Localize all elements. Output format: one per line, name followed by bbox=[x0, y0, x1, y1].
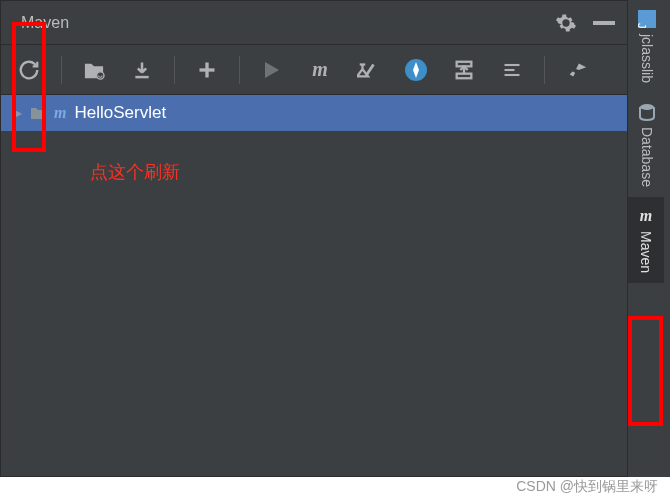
svg-point-1 bbox=[97, 71, 104, 78]
title-bar: Maven bbox=[1, 1, 627, 45]
sidebar-tab-label: Maven bbox=[638, 231, 654, 273]
sidebar-tab-jclasslib[interactable]: J jclasslib bbox=[628, 0, 666, 93]
separator bbox=[61, 56, 62, 84]
watermark: CSDN @快到锅里来呀 bbox=[516, 478, 658, 496]
folder-icon bbox=[30, 106, 46, 120]
project-tree: ▶ m HelloServlet bbox=[1, 95, 627, 131]
skip-tests-button[interactable] bbox=[348, 50, 388, 90]
minimize-icon[interactable] bbox=[593, 21, 615, 25]
sidebar-tab-database[interactable]: Database bbox=[628, 93, 666, 197]
run-button[interactable] bbox=[252, 50, 292, 90]
sidebar-tab-maven[interactable]: m Maven bbox=[628, 197, 664, 283]
settings-button[interactable] bbox=[557, 50, 597, 90]
toolbar: m bbox=[1, 45, 627, 95]
annotation-text: 点这个刷新 bbox=[90, 160, 180, 184]
svg-rect-0 bbox=[593, 21, 615, 25]
execute-goal-button[interactable]: m bbox=[300, 50, 340, 90]
svg-rect-8 bbox=[457, 73, 472, 78]
svg-line-5 bbox=[366, 64, 373, 75]
svg-rect-2 bbox=[135, 75, 148, 78]
right-sidebar: J jclasslib Database m Maven bbox=[628, 0, 670, 477]
add-button[interactable] bbox=[187, 50, 227, 90]
maven-m-icon: m bbox=[54, 104, 66, 122]
separator bbox=[544, 56, 545, 84]
separator bbox=[174, 56, 175, 84]
separator bbox=[239, 56, 240, 84]
sidebar-tab-label: jclasslib bbox=[639, 34, 655, 83]
project-name: HelloServlet bbox=[74, 103, 166, 123]
panel-title: Maven bbox=[13, 14, 69, 32]
maven-tool-window: Maven m bbox=[0, 0, 628, 477]
maven-icon: m bbox=[640, 207, 652, 225]
sidebar-tab-label: Database bbox=[639, 127, 655, 187]
jclasslib-icon: J bbox=[638, 10, 656, 28]
svg-text:J: J bbox=[638, 23, 648, 28]
tree-item-project[interactable]: ▶ m HelloServlet bbox=[1, 95, 627, 131]
download-button[interactable] bbox=[122, 50, 162, 90]
svg-point-14 bbox=[640, 104, 654, 110]
gear-icon[interactable] bbox=[555, 12, 577, 34]
dependencies-button[interactable] bbox=[444, 50, 484, 90]
offline-button[interactable] bbox=[396, 50, 436, 90]
database-icon bbox=[638, 103, 656, 121]
svg-rect-4 bbox=[200, 68, 215, 71]
collapse-button[interactable] bbox=[492, 50, 532, 90]
chevron-right-icon[interactable]: ▶ bbox=[13, 106, 22, 120]
m-icon: m bbox=[312, 58, 328, 81]
reload-button[interactable] bbox=[9, 50, 49, 90]
generate-sources-button[interactable] bbox=[74, 50, 114, 90]
title-actions bbox=[555, 12, 615, 34]
